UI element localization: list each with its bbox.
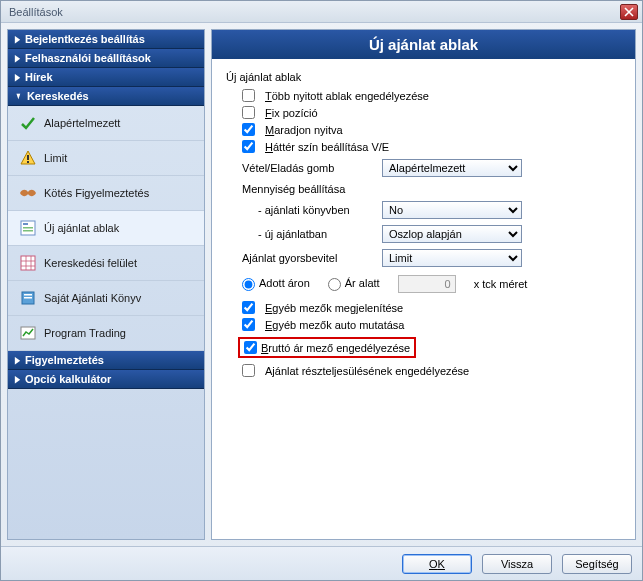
- chevron-right-icon: ▶: [15, 374, 20, 384]
- grid-icon: [18, 253, 38, 273]
- nav-label: Kereskedési felület: [44, 257, 137, 269]
- sidebar: ▶Bejelentkezés beállítás ▶Felhasználói b…: [7, 29, 205, 540]
- svg-rect-0: [27, 155, 29, 160]
- content-title: Új ajánlat ablak: [212, 30, 635, 59]
- svg-rect-1: [27, 161, 29, 163]
- radio-at-price[interactable]: [242, 278, 255, 291]
- cb-multi-window[interactable]: [242, 89, 255, 102]
- cb-show-other-label: Egyéb mezők megjelenítése: [265, 302, 403, 314]
- svg-rect-5: [23, 230, 33, 232]
- cb-stay-open-label: Maradjon nyitva: [265, 124, 343, 136]
- svg-rect-9: [24, 297, 32, 299]
- quick-entry-select[interactable]: Limit: [382, 249, 522, 267]
- svg-rect-6: [21, 256, 35, 270]
- section-option-calc[interactable]: ▶Opció kalkulátor: [8, 370, 204, 389]
- nav-label: Limit: [44, 152, 67, 164]
- chevron-right-icon: ▶: [15, 34, 20, 44]
- chevron-down-icon: ▼: [15, 91, 21, 101]
- cb-partial-fill-label: Ajánlat részteljesülésének engedélyezése: [265, 365, 469, 377]
- qty-new-select[interactable]: Oszlop alapján: [382, 225, 522, 243]
- section-alerts[interactable]: ▶Figyelmeztetés: [8, 351, 204, 370]
- svg-rect-4: [23, 227, 33, 229]
- tick-size-label: x tck méret: [474, 278, 528, 290]
- form-icon: [18, 218, 38, 238]
- cb-fix-position-label: Fix pozíció: [265, 107, 318, 119]
- cb-fix-position[interactable]: [242, 106, 255, 119]
- warning-icon: [18, 148, 38, 168]
- titlebar: Beállítások: [1, 1, 642, 23]
- cb-gross-price[interactable]: [244, 341, 257, 354]
- cb-partial-fill[interactable]: [242, 364, 255, 377]
- qty-new-label: - új ajánlatban: [258, 228, 382, 240]
- back-button[interactable]: Vissza: [482, 554, 552, 574]
- nav-trade-alert[interactable]: Kötés Figyelmeztetés: [8, 176, 204, 211]
- cb-bg-color-label: Háttér szín beállítása V/E: [265, 141, 389, 153]
- chevron-right-icon: ▶: [15, 53, 20, 63]
- radio-below-price[interactable]: [328, 278, 341, 291]
- section-label: Bejelentkezés beállítás: [25, 33, 145, 45]
- nav-label: Új ajánlat ablak: [44, 222, 119, 234]
- tick-size-input: [398, 275, 456, 293]
- qty-book-label: - ajánlati könyvben: [258, 204, 382, 216]
- nav-label: Kötés Figyelmeztetés: [44, 187, 149, 199]
- section-label: Opció kalkulátor: [25, 373, 111, 385]
- close-button[interactable]: [620, 4, 638, 20]
- nav-limit[interactable]: Limit: [8, 141, 204, 176]
- highlighted-option: Bruttó ár mező engedélyezése: [238, 337, 416, 358]
- buysell-label: Vétel/Eladás gomb: [242, 162, 382, 174]
- svg-rect-3: [23, 223, 28, 225]
- nav-default[interactable]: Alapértelmezett: [8, 106, 204, 141]
- section-news[interactable]: ▶Hírek: [8, 68, 204, 87]
- handshake-icon: [18, 183, 38, 203]
- section-user[interactable]: ▶Felhasználói beállítások: [8, 49, 204, 68]
- content-panel: Új ajánlat ablak Új ajánlat ablak Több n…: [211, 29, 636, 540]
- qty-label: Mennyiség beállítása: [242, 183, 621, 195]
- section-label: Felhasználói beállítások: [25, 52, 151, 64]
- section-trading[interactable]: ▼Kereskedés: [8, 87, 204, 106]
- group-title: Új ajánlat ablak: [226, 71, 621, 83]
- ok-button[interactable]: OK: [402, 554, 472, 574]
- nav-label: Saját Ajánlati Könyv: [44, 292, 141, 304]
- chevron-right-icon: ▶: [15, 355, 20, 365]
- cb-auto-other-label: Egyéb mezők auto mutatása: [265, 319, 404, 331]
- buysell-select[interactable]: Alapértelmezett: [382, 159, 522, 177]
- cb-auto-other[interactable]: [242, 318, 255, 331]
- radio-below-price-label[interactable]: Ár alatt: [328, 277, 380, 291]
- nav-trade-surface[interactable]: Kereskedési felület: [8, 246, 204, 281]
- nav-label: Program Trading: [44, 327, 126, 339]
- cb-gross-price-label: Bruttó ár mező engedélyezése: [261, 342, 410, 354]
- cb-stay-open[interactable]: [242, 123, 255, 136]
- section-label: Figyelmeztetés: [25, 354, 104, 366]
- svg-rect-8: [24, 294, 32, 296]
- check-icon: [18, 113, 38, 133]
- quick-entry-label: Ajánlat gyorsbevitel: [242, 252, 382, 264]
- cb-multi-window-label: Több nyitott ablak engedélyezése: [265, 90, 429, 102]
- nav-own-book[interactable]: Saját Ajánlati Könyv: [8, 281, 204, 316]
- nav-program-trading[interactable]: Program Trading: [8, 316, 204, 351]
- chart-icon: [18, 323, 38, 343]
- close-icon: [624, 7, 634, 17]
- section-login[interactable]: ▶Bejelentkezés beállítás: [8, 30, 204, 49]
- radio-at-price-label[interactable]: Adott áron: [242, 277, 310, 291]
- section-label: Kereskedés: [27, 90, 89, 102]
- book-icon: [18, 288, 38, 308]
- cb-bg-color[interactable]: [242, 140, 255, 153]
- help-button[interactable]: Segítség: [562, 554, 632, 574]
- footer: OK Vissza Segítség: [1, 546, 642, 580]
- qty-book-select[interactable]: No: [382, 201, 522, 219]
- cb-show-other[interactable]: [242, 301, 255, 314]
- chevron-right-icon: ▶: [15, 72, 20, 82]
- nav-label: Alapértelmezett: [44, 117, 120, 129]
- section-label: Hírek: [25, 71, 53, 83]
- nav-new-order[interactable]: Új ajánlat ablak: [8, 211, 204, 246]
- window-title: Beállítások: [5, 6, 620, 18]
